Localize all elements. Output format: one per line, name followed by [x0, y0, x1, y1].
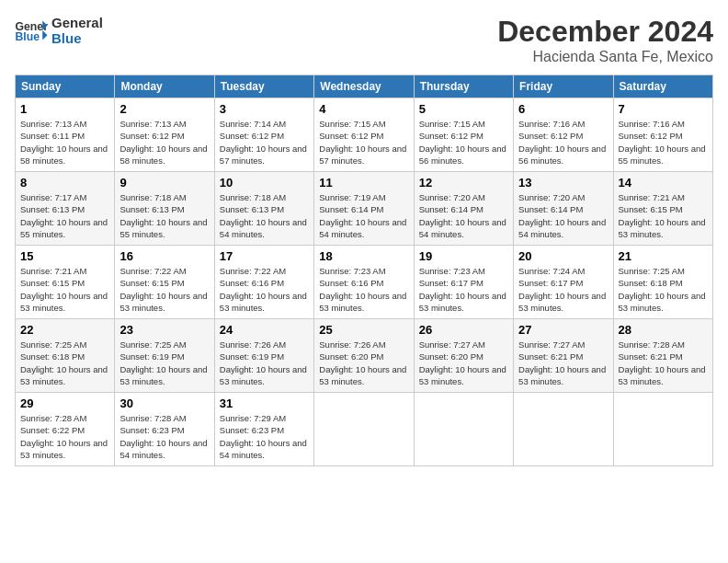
title-area: December 2024 Hacienda Santa Fe, Mexico — [497, 15, 713, 65]
logo-text-line1: General — [51, 15, 103, 30]
calendar-header-tuesday: Tuesday — [214, 75, 313, 98]
calendar-header-monday: Monday — [115, 75, 214, 98]
calendar-header-sunday: Sunday — [16, 75, 115, 98]
calendar-header-row: SundayMondayTuesdayWednesdayThursdayFrid… — [16, 75, 713, 98]
day-info: Sunrise: 7:13 AMSunset: 6:11 PMDaylight:… — [20, 118, 109, 167]
calendar-cell — [613, 393, 712, 466]
calendar-cell: 9Sunrise: 7:18 AMSunset: 6:13 PMDaylight… — [115, 172, 214, 246]
day-number: 29 — [20, 396, 109, 410]
day-info: Sunrise: 7:21 AMSunset: 6:15 PMDaylight:… — [20, 265, 109, 314]
day-info: Sunrise: 7:16 AMSunset: 6:12 PMDaylight:… — [518, 118, 608, 167]
day-info: Sunrise: 7:25 AMSunset: 6:18 PMDaylight:… — [619, 265, 708, 314]
calendar-cell: 23Sunrise: 7:25 AMSunset: 6:19 PMDayligh… — [115, 319, 214, 393]
calendar-cell: 5Sunrise: 7:15 AMSunset: 6:12 PMDaylight… — [414, 98, 513, 172]
day-number: 22 — [20, 323, 109, 337]
day-number: 25 — [319, 323, 408, 337]
calendar-cell — [514, 393, 613, 466]
day-info: Sunrise: 7:18 AMSunset: 6:13 PMDaylight:… — [119, 191, 209, 240]
calendar-header-thursday: Thursday — [414, 75, 513, 98]
day-number: 14 — [619, 176, 708, 190]
day-info: Sunrise: 7:23 AMSunset: 6:17 PMDaylight:… — [419, 265, 508, 314]
calendar-cell: 20Sunrise: 7:24 AMSunset: 6:17 PMDayligh… — [514, 246, 613, 319]
calendar-cell: 26Sunrise: 7:27 AMSunset: 6:20 PMDayligh… — [414, 319, 513, 393]
day-info: Sunrise: 7:13 AMSunset: 6:12 PMDaylight:… — [119, 118, 209, 167]
calendar-cell: 21Sunrise: 7:25 AMSunset: 6:18 PMDayligh… — [613, 246, 712, 319]
day-number: 3 — [220, 102, 309, 116]
calendar-cell: 18Sunrise: 7:23 AMSunset: 6:16 PMDayligh… — [314, 246, 414, 319]
day-number: 24 — [220, 323, 309, 337]
calendar-cell: 13Sunrise: 7:20 AMSunset: 6:14 PMDayligh… — [514, 172, 613, 246]
calendar-cell: 3Sunrise: 7:14 AMSunset: 6:12 PMDaylight… — [214, 98, 313, 172]
day-number: 10 — [220, 176, 309, 190]
calendar-week-5: 29Sunrise: 7:28 AMSunset: 6:22 PMDayligh… — [16, 393, 713, 466]
day-info: Sunrise: 7:29 AMSunset: 6:23 PMDaylight:… — [220, 412, 309, 461]
calendar-cell: 30Sunrise: 7:28 AMSunset: 6:23 PMDayligh… — [115, 393, 214, 466]
location-title: Hacienda Santa Fe, Mexico — [497, 49, 713, 65]
day-number: 27 — [518, 323, 608, 337]
calendar-cell: 7Sunrise: 7:16 AMSunset: 6:12 PMDaylight… — [613, 98, 712, 172]
calendar-week-1: 1Sunrise: 7:13 AMSunset: 6:11 PMDaylight… — [16, 98, 713, 172]
calendar-cell — [414, 393, 513, 466]
day-info: Sunrise: 7:25 AMSunset: 6:18 PMDaylight:… — [20, 339, 109, 387]
svg-text:Blue: Blue — [16, 30, 40, 43]
day-number: 17 — [220, 249, 309, 263]
calendar-cell: 15Sunrise: 7:21 AMSunset: 6:15 PMDayligh… — [16, 246, 115, 319]
day-number: 23 — [119, 323, 209, 337]
day-info: Sunrise: 7:15 AMSunset: 6:12 PMDaylight:… — [319, 118, 408, 167]
day-number: 28 — [619, 323, 708, 337]
calendar-cell: 10Sunrise: 7:18 AMSunset: 6:13 PMDayligh… — [214, 172, 313, 246]
day-number: 1 — [20, 102, 109, 116]
day-info: Sunrise: 7:25 AMSunset: 6:19 PMDaylight:… — [119, 339, 209, 387]
calendar-cell: 11Sunrise: 7:19 AMSunset: 6:14 PMDayligh… — [314, 172, 414, 246]
logo: General Blue General Blue — [15, 15, 103, 46]
day-info: Sunrise: 7:22 AMSunset: 6:15 PMDaylight:… — [119, 265, 209, 314]
calendar-cell: 25Sunrise: 7:26 AMSunset: 6:20 PMDayligh… — [314, 319, 414, 393]
calendar-cell — [314, 393, 414, 466]
day-info: Sunrise: 7:19 AMSunset: 6:14 PMDaylight:… — [319, 191, 408, 240]
calendar-cell: 31Sunrise: 7:29 AMSunset: 6:23 PMDayligh… — [214, 393, 313, 466]
day-number: 20 — [518, 249, 608, 263]
day-number: 16 — [119, 249, 209, 263]
calendar-week-4: 22Sunrise: 7:25 AMSunset: 6:18 PMDayligh… — [16, 319, 713, 393]
day-info: Sunrise: 7:20 AMSunset: 6:14 PMDaylight:… — [518, 191, 608, 240]
day-info: Sunrise: 7:15 AMSunset: 6:12 PMDaylight:… — [419, 118, 508, 167]
calendar-cell: 4Sunrise: 7:15 AMSunset: 6:12 PMDaylight… — [314, 98, 414, 172]
calendar-week-3: 15Sunrise: 7:21 AMSunset: 6:15 PMDayligh… — [16, 246, 713, 319]
day-info: Sunrise: 7:28 AMSunset: 6:21 PMDaylight:… — [619, 339, 708, 387]
calendar: SundayMondayTuesdayWednesdayThursdayFrid… — [15, 75, 713, 466]
calendar-cell: 29Sunrise: 7:28 AMSunset: 6:22 PMDayligh… — [16, 393, 115, 466]
calendar-cell: 19Sunrise: 7:23 AMSunset: 6:17 PMDayligh… — [414, 246, 513, 319]
day-number: 18 — [319, 249, 408, 263]
day-number: 9 — [119, 176, 209, 190]
day-number: 21 — [619, 249, 708, 263]
day-info: Sunrise: 7:27 AMSunset: 6:20 PMDaylight:… — [419, 339, 508, 387]
calendar-cell: 27Sunrise: 7:27 AMSunset: 6:21 PMDayligh… — [514, 319, 613, 393]
day-number: 11 — [319, 176, 408, 190]
day-info: Sunrise: 7:26 AMSunset: 6:20 PMDaylight:… — [319, 339, 408, 387]
day-number: 5 — [419, 102, 508, 116]
logo-icon: General Blue — [15, 17, 48, 43]
day-number: 4 — [319, 102, 408, 116]
calendar-week-2: 8Sunrise: 7:17 AMSunset: 6:13 PMDaylight… — [16, 172, 713, 246]
calendar-cell: 14Sunrise: 7:21 AMSunset: 6:15 PMDayligh… — [613, 172, 712, 246]
calendar-cell: 28Sunrise: 7:28 AMSunset: 6:21 PMDayligh… — [613, 319, 712, 393]
header: General Blue General Blue December 2024 … — [15, 15, 713, 65]
day-info: Sunrise: 7:14 AMSunset: 6:12 PMDaylight:… — [220, 118, 309, 167]
calendar-header-wednesday: Wednesday — [314, 75, 414, 98]
calendar-cell: 17Sunrise: 7:22 AMSunset: 6:16 PMDayligh… — [214, 246, 313, 319]
day-info: Sunrise: 7:26 AMSunset: 6:19 PMDaylight:… — [220, 339, 309, 387]
day-info: Sunrise: 7:24 AMSunset: 6:17 PMDaylight:… — [518, 265, 608, 314]
day-number: 8 — [20, 176, 109, 190]
day-number: 15 — [20, 249, 109, 263]
day-info: Sunrise: 7:22 AMSunset: 6:16 PMDaylight:… — [220, 265, 309, 314]
day-number: 31 — [220, 396, 309, 410]
calendar-cell: 1Sunrise: 7:13 AMSunset: 6:11 PMDaylight… — [16, 98, 115, 172]
month-title: December 2024 — [497, 15, 713, 49]
calendar-cell: 12Sunrise: 7:20 AMSunset: 6:14 PMDayligh… — [414, 172, 513, 246]
day-number: 6 — [518, 102, 608, 116]
calendar-cell: 22Sunrise: 7:25 AMSunset: 6:18 PMDayligh… — [16, 319, 115, 393]
day-info: Sunrise: 7:17 AMSunset: 6:13 PMDaylight:… — [20, 191, 109, 240]
calendar-header-saturday: Saturday — [613, 75, 712, 98]
day-info: Sunrise: 7:28 AMSunset: 6:22 PMDaylight:… — [20, 412, 109, 461]
calendar-header-friday: Friday — [514, 75, 613, 98]
